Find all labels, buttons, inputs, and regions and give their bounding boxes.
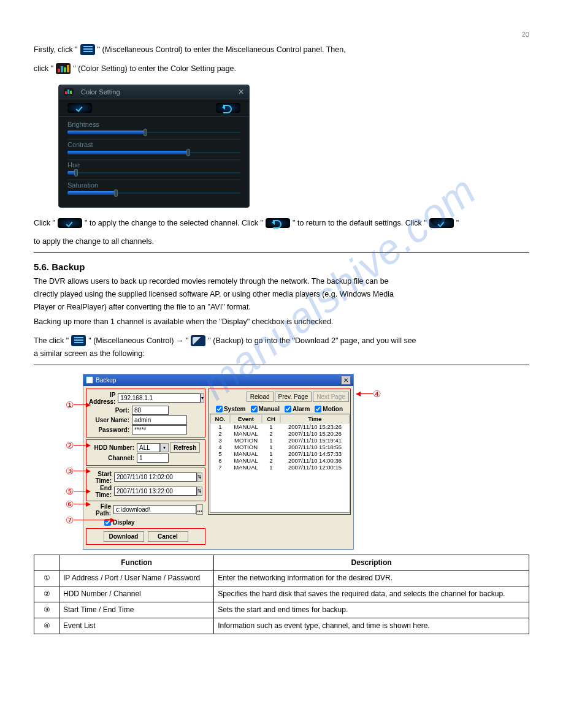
col-ch: CH (262, 414, 280, 423)
brightness-slider[interactable] (67, 129, 240, 135)
spinner-icon[interactable]: ⇅ (197, 472, 202, 482)
text: " (Miscellaneous Control) → " (88, 335, 188, 347)
text: " (Color Setting) to enter the Color Set… (73, 63, 236, 75)
close-icon[interactable]: ✕ (341, 376, 351, 385)
manual-checkbox[interactable]: Manual (251, 406, 280, 412)
apply-channel-button[interactable] (67, 103, 92, 113)
divider (34, 365, 529, 365)
section-heading: 5.6. Backup (34, 262, 529, 272)
refresh-button[interactable]: Refresh (170, 442, 200, 453)
group-actions: Download Cancel (86, 528, 205, 545)
arrow-right-icon (86, 489, 91, 494)
misc-control-icon (80, 44, 95, 55)
event-table: NO. Event CH Time 1MANUAL12007/11/10 15:… (210, 414, 350, 513)
end-time-label: End Time: (89, 485, 114, 498)
arrow-left-icon (356, 392, 361, 396)
saturation-slider[interactable] (67, 190, 240, 196)
text: Click " (34, 218, 55, 229)
chevron-down-icon[interactable]: ▾ (160, 443, 169, 452)
color-panel-titlebar: Color Setting ✕ (59, 85, 249, 99)
next-page-button[interactable]: Next Page (313, 392, 349, 402)
ip-input[interactable] (118, 393, 201, 403)
text: " to return to the default settings. Cli… (293, 218, 427, 229)
hdd-select[interactable] (137, 443, 160, 452)
hue-slider[interactable] (67, 170, 240, 176)
channel-input[interactable] (137, 453, 169, 463)
table-row[interactable]: 1MANUAL12007/11/10 15:23:26 (210, 423, 350, 430)
callout-5: ⑤ (66, 486, 74, 497)
color-setting-icon (56, 63, 71, 74)
alarm-checkbox[interactable]: Alarm (285, 406, 310, 412)
col-no: NO. (210, 414, 230, 423)
cancel-button[interactable]: Cancel (148, 531, 188, 542)
start-time-input[interactable] (114, 472, 197, 482)
filepath-input[interactable] (113, 505, 196, 514)
col-blank (34, 555, 59, 570)
col-function: Function (59, 555, 214, 570)
backup-p4: Backing up more than 1 channel is availa… (34, 316, 529, 328)
system-checkbox[interactable]: System (216, 406, 246, 412)
apply-icon (58, 218, 82, 228)
color-setting-panel: Color Setting ✕ Brightness Contrast (58, 85, 250, 208)
port-input[interactable] (132, 406, 169, 415)
arrow-right-icon (86, 443, 91, 448)
reload-button[interactable]: Reload (247, 392, 274, 402)
text: " (Backup) to go into the "Download 2" p… (208, 335, 416, 347)
text: " (Miscellaneous Control) to enter the M… (98, 44, 346, 56)
text: Firstly, click " (34, 44, 78, 56)
callout-3: ③ (66, 466, 74, 477)
group-hdd: HDD Number: ▾ Refresh Channel: (86, 439, 205, 466)
user-label: User Name: (89, 417, 132, 423)
page-buttons: Reload Prev. Page Next Page (210, 392, 349, 402)
table-row[interactable]: 7MANUAL12007/11/10 12:00:15 (210, 464, 350, 471)
table-row[interactable]: 3MOTION12007/11/10 15:19:41 (210, 437, 350, 444)
backup-dialog-wrap: ① ② ③ ⑤ ⑥ ⑦ ④ (83, 374, 414, 550)
after-color-para-1: Click " " to apply the change to the sel… (34, 218, 459, 229)
table-row[interactable]: 6MANUAL22007/11/10 14:00:36 (210, 457, 350, 464)
group-connection: IP Address: ▾ Port: User Name: (86, 389, 205, 438)
ip-label: IP Address: (89, 392, 118, 405)
motion-checkbox[interactable]: Motion (315, 406, 343, 412)
bars-icon (64, 88, 74, 96)
color-panel-title: Color Setting (81, 88, 120, 96)
arrow-right-icon (86, 502, 91, 507)
username-input[interactable] (132, 415, 187, 425)
chevron-down-icon[interactable]: ▾ (201, 393, 204, 403)
filter-checkboxes: System Manual Alarm Motion (210, 404, 349, 414)
table-row[interactable]: 2MANUAL22007/11/10 15:20:26 (210, 430, 350, 437)
brightness-label: Brightness (67, 121, 240, 128)
arrow-right-icon (110, 518, 115, 523)
start-time-label: Start Time: (89, 471, 114, 484)
text: click " (34, 63, 53, 75)
browse-button[interactable]: ... (196, 504, 203, 515)
backup-p2: directly played using the supplied licen… (34, 289, 529, 300)
arrow-right-icon (86, 469, 91, 474)
backup-p3: Player or RealPlayer) after converting t… (34, 301, 529, 313)
password-input[interactable] (132, 425, 187, 434)
misc-control-icon (71, 335, 86, 346)
reset-button[interactable] (216, 103, 240, 113)
contrast-slider[interactable] (67, 150, 240, 156)
callout-2: ② (66, 440, 74, 451)
backup-p1: The DVR allows users to back up recorded… (34, 276, 529, 287)
description-table: Function Description ①IP Address / Port … (34, 555, 529, 634)
end-time-input[interactable] (114, 487, 197, 496)
undo-icon (266, 218, 290, 228)
callout-6: ⑥ (66, 499, 74, 510)
col-event: Event (230, 414, 262, 423)
app-icon (86, 376, 93, 384)
table-row[interactable]: 5MANUAL12007/11/10 14:57:33 (210, 450, 350, 457)
download-button[interactable]: Download (104, 531, 144, 542)
table-row[interactable]: 4MOTION12007/11/10 15:18:55 (210, 444, 350, 450)
intro-para-1: Firstly, click " " (Miscellaneous Contro… (34, 44, 346, 56)
backup-p6: a similar screen as the following: (34, 348, 529, 360)
intro-para-2: click " " (Color Setting) to enter the C… (34, 63, 236, 75)
text: The click " (34, 335, 69, 347)
callout-7: ⑦ (66, 515, 74, 526)
spinner-icon[interactable]: ⇅ (197, 487, 202, 496)
backup-icon (191, 335, 205, 346)
close-icon[interactable]: ✕ (238, 88, 244, 96)
prev-page-button[interactable]: Prev. Page (275, 392, 312, 402)
display-label: Display (113, 519, 135, 526)
col-time: Time (280, 414, 350, 423)
